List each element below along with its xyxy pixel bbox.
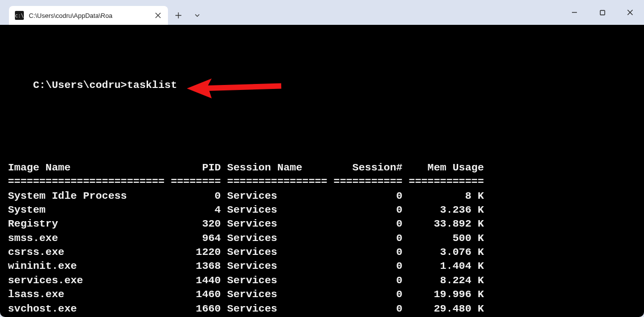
tab-active[interactable]: c:\ C:\Users\codru\AppData\Roa [9,6,168,25]
svg-rect-0 [600,10,605,15]
minimize-button[interactable] [561,1,588,23]
terminal-window: c:\ C:\Users\codru\AppData\Roa C:\Users\… [0,0,644,317]
close-button[interactable] [616,1,644,23]
tab-dropdown-button[interactable] [189,7,206,24]
window-controls [561,0,644,25]
prompt-command: tasklist [127,79,177,91]
title-bar: c:\ C:\Users\codru\AppData\Roa [0,0,644,25]
new-tab-button[interactable] [170,7,187,24]
prompt-path: C:\Users\codru> [33,79,127,91]
cmd-icon: c:\ [15,11,24,20]
terminal-output[interactable]: C:\Users\codru>tasklist Image Name PID S… [0,25,644,317]
maximize-button[interactable] [588,1,616,23]
tab-title: C:\Users\codru\AppData\Roa [29,12,148,19]
tasklist-table: Image Name PID Session Name Session# Mem… [8,161,636,317]
tab-close-button[interactable] [153,10,163,20]
prompt-line: C:\Users\codru>tasklist [33,79,177,92]
